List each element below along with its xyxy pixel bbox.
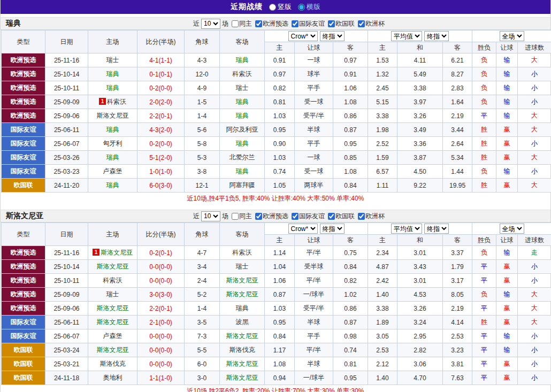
team-label: 卢森堡 (103, 167, 123, 175)
match-row: 欧洲预选25-10-14瑞典0-1(0-1)12-0科索沃0.97球半0.911… (2, 67, 551, 81)
odds-away: 0.91 (333, 67, 368, 81)
company-select[interactable]: Crow* (288, 224, 318, 234)
odds-handicap: 受一球 (295, 165, 333, 179)
odds-handicap: 平手 (295, 329, 333, 343)
friendly-box[interactable] (292, 20, 299, 27)
result-handicap: 赢 (496, 371, 518, 385)
competition-type: 欧国联 (2, 357, 45, 371)
nations-league-box[interactable] (328, 20, 335, 27)
same-home-checkbox[interactable]: 同主 (230, 212, 252, 221)
odds-home: 1.03 (265, 151, 295, 165)
match-row: 欧洲预选25-09-06斯洛文尼亚2-2(0-1)1-4瑞典1.03受平/半0.… (2, 109, 551, 123)
away-team: 瑞典 (220, 165, 265, 179)
result-outcome: 负 (472, 67, 496, 81)
comp-checkbox-euro-cup[interactable]: 欧洲杯 (356, 19, 385, 28)
avg-draw: 4.70 (397, 371, 443, 385)
fulltime-select[interactable]: 全场 (500, 31, 524, 41)
vertical-radio[interactable] (269, 4, 276, 11)
team-label: 瑞典 (106, 84, 119, 91)
team-label: 卢森堡 (103, 332, 123, 340)
odds-away: 1.06 (333, 81, 368, 95)
team-name: 瑞典 (6, 19, 21, 28)
result-outcome: 负 (472, 165, 496, 179)
odds-handicap: 平手 (295, 137, 333, 151)
comp-checkbox-nations-league[interactable]: 欧国联 (326, 212, 355, 221)
comp-checkbox-euro-qualifier[interactable]: 欧洲预选 (254, 212, 288, 221)
corner-score: 5-8 (185, 137, 220, 151)
avg-home: 1.89 (368, 316, 397, 329)
odds-handicap: 半球 (295, 357, 333, 371)
result-handicap: 输 (496, 67, 518, 81)
avg-draw: 3.97 (397, 95, 443, 109)
col-score: 比分(半场) (137, 223, 185, 246)
average-select[interactable]: 平均值 (391, 224, 422, 234)
away-team: 斯洛伐克 (220, 343, 265, 357)
company-odds-header: Crow*终指 (265, 30, 368, 42)
competition-type: 国际友谊 (2, 137, 45, 151)
corner-score: 5-6 (185, 123, 220, 137)
odds-away: 1.02 (333, 288, 368, 302)
euro-qualifier-box[interactable] (255, 20, 262, 27)
odds-handicap: 半球 (295, 123, 333, 137)
average-select[interactable]: 平均值 (391, 31, 422, 41)
euro-cup-box[interactable] (358, 20, 365, 27)
away-team: 瑞士 (220, 260, 265, 274)
avg-away: 3.23 (443, 343, 472, 357)
filters: 近 10 场 同主 欧洲预选 国际友谊 欧国联 欧洲杯 (193, 19, 385, 29)
company-select[interactable]: Crow* (288, 31, 318, 41)
odds-handicap: 一球 (295, 53, 333, 67)
avg-home: 2.34 (368, 246, 397, 260)
result-goals: 小 (518, 274, 551, 288)
comp-checkbox-friendly[interactable]: 国际友谊 (290, 212, 325, 221)
result-handicap: 输 (496, 109, 518, 123)
team-label: 斯洛文尼亚 (101, 249, 133, 256)
odds-away: 0.81 (333, 357, 368, 371)
nations-league-box[interactable] (328, 213, 335, 220)
comp-checkbox-friendly[interactable]: 国际友谊 (290, 19, 325, 28)
euro-qualifier-label: 欧洲预选 (263, 212, 288, 221)
comp-checkbox-euro-cup[interactable]: 欧洲杯 (356, 212, 385, 221)
result-outcome: 胜 (472, 151, 496, 165)
sub-result-outcome: 胜负 (472, 235, 496, 246)
friendly-box[interactable] (292, 213, 299, 220)
odds-away: 0.95 (333, 137, 368, 151)
rank-badge: 1 (93, 249, 100, 256)
horizontal-radio[interactable] (298, 4, 305, 11)
avg-away: 7.63 (443, 371, 472, 385)
same-home-box[interactable] (232, 213, 239, 220)
avg-draw: 3.36 (397, 137, 443, 151)
company-period-select[interactable]: 终指 (320, 224, 345, 234)
same-home-checkbox[interactable]: 同主 (230, 19, 252, 28)
comp-checkbox-nations-league[interactable]: 欧国联 (326, 19, 355, 28)
euro-cup-box[interactable] (358, 213, 365, 220)
result-outcome: 负 (472, 53, 496, 67)
result-goals: 走 (518, 246, 551, 260)
team-label: 瑞典 (236, 112, 249, 119)
layout-option-horizontal[interactable]: 横版 (298, 2, 320, 12)
corner-score: 3-8 (185, 165, 220, 179)
result-goals: 小 (518, 137, 551, 151)
sub-avg-home: 主 (368, 235, 397, 246)
result-goals: 小 (518, 165, 551, 179)
average-period-select[interactable]: 终指 (424, 31, 449, 41)
average-period-select[interactable]: 终指 (424, 224, 449, 234)
same-home-box[interactable] (232, 20, 239, 27)
result-handicap: 输 (496, 95, 518, 109)
corner-score: 12-0 (185, 67, 220, 81)
competition-type: 国际友谊 (2, 165, 45, 179)
away-team: 波黑 (220, 316, 265, 329)
match-count-select[interactable]: 10 (201, 19, 220, 29)
home-team: 斯洛文尼亚 (88, 260, 137, 274)
fulltime-select[interactable]: 全场 (500, 224, 524, 234)
away-team: 瑞典 (220, 53, 265, 67)
euro-qualifier-box[interactable] (255, 213, 262, 220)
comp-checkbox-euro-qualifier[interactable]: 欧洲预选 (254, 19, 288, 28)
result-outcome: 胜 (472, 316, 496, 329)
match-count-select[interactable]: 10 (201, 211, 220, 221)
avg-home: 6.57 (368, 165, 397, 179)
match-date: 25-06-07 (45, 137, 88, 151)
nations-league-label: 欧国联 (335, 19, 355, 28)
odds-away: 0.74 (333, 343, 368, 357)
layout-option-vertical[interactable]: 竖版 (269, 2, 292, 12)
company-period-select[interactable]: 终指 (320, 31, 345, 41)
